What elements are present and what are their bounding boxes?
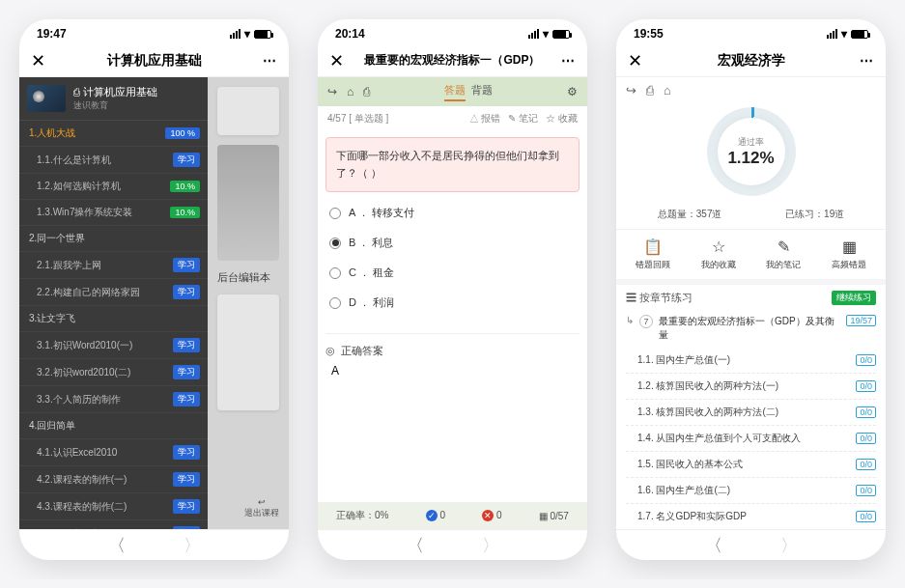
outline-item[interactable]: 4.1.认识Excel2010学习 xyxy=(19,439,208,466)
action-label: 我的笔记 xyxy=(766,259,801,271)
toolbar: ↪ ⌂ ⎙ 答题 背题 ⚙ xyxy=(318,77,587,106)
outline-badge: 学习 xyxy=(173,526,200,529)
outline-badge: 学习 xyxy=(173,285,200,299)
status-bar: 19:47 ▾ xyxy=(19,19,289,44)
titlebar: ✕ 计算机应用基础 ⋯ xyxy=(19,44,289,77)
radio-icon xyxy=(329,297,341,309)
share-icon[interactable]: ↪ xyxy=(626,83,636,98)
subchapter-label: 1.5. 国民收入的基本公式 xyxy=(637,458,743,471)
nav-back-icon[interactable]: 〈 xyxy=(108,534,126,557)
option-label: A ． 转移支付 xyxy=(349,206,414,220)
nav-back-icon[interactable]: 〈 xyxy=(407,534,424,557)
clock: 20:14 xyxy=(335,27,365,41)
tab-memorize[interactable]: 背题 xyxy=(471,83,493,101)
close-icon[interactable]: ✕ xyxy=(329,50,344,71)
wifi-icon: ▾ xyxy=(244,27,250,41)
clock: 19:47 xyxy=(37,27,67,41)
chapter-progress: 19/57 xyxy=(846,315,876,326)
subchapter-item[interactable]: 1.5. 国民收入的基本公式0/0 xyxy=(626,451,876,477)
exit-course[interactable]: ↩退出课程 xyxy=(244,497,279,519)
report-link[interactable]: △ 报错 xyxy=(469,112,501,126)
book-icon[interactable]: ⎙ xyxy=(363,85,370,98)
option-D[interactable]: D ． 利润 xyxy=(325,288,580,318)
option-A[interactable]: A ． 转移支付 xyxy=(325,198,580,228)
action-错题回顾[interactable]: 📋错题回顾 xyxy=(636,238,670,271)
outline-badge: 10.% xyxy=(170,181,200,192)
outline-item[interactable]: 3.让文字飞 xyxy=(19,306,208,332)
home-icon[interactable]: ⌂ xyxy=(347,85,354,98)
outline-item[interactable]: 2.同一个世界 xyxy=(19,226,208,252)
chapter-index-icon: ↳ xyxy=(626,315,634,325)
action-label: 我的收藏 xyxy=(701,259,736,271)
outline-item[interactable]: 1.3.Win7操作系统安装10.% xyxy=(19,200,208,226)
subchapter-item[interactable]: 1.2. 核算国民收入的两种方法(一)0/0 xyxy=(626,373,876,399)
outline-label: 2.同一个世界 xyxy=(29,232,85,245)
wifi-icon: ▾ xyxy=(841,27,847,41)
sidebar-header[interactable]: ⎙ 计算机应用基础 速识教育 xyxy=(19,77,208,121)
subchapter-item[interactable]: 1.4. 从国内生产总值到个人可支配收入0/0 xyxy=(626,425,876,451)
subchapter-label: 1.3. 核算国民收入的两种方法(二) xyxy=(637,406,778,419)
nav-forward-icon[interactable]: 〉 xyxy=(184,534,201,557)
close-icon[interactable]: ✕ xyxy=(31,50,45,71)
outline-label: 4.1.认识Excel2010 xyxy=(37,446,117,460)
subchapter-item[interactable]: 1.1. 国内生产总值(一)0/0 xyxy=(626,348,876,373)
subchapter-item[interactable]: 1.3. 核算国民收入的两种方法(二)0/0 xyxy=(626,399,876,425)
status-bar: 19:55 ▾ xyxy=(616,19,886,44)
outline-item[interactable]: 3.1.初识Word2010(一)学习 xyxy=(19,332,208,359)
nav-back-icon[interactable]: 〈 xyxy=(705,534,722,557)
battery-icon xyxy=(254,30,271,39)
gear-icon[interactable]: ⚙ xyxy=(567,85,578,98)
page-title: 最重要的宏观经济指标一（GDP） xyxy=(364,52,540,69)
outline-label: 4.2.课程表的制作(一) xyxy=(37,473,127,487)
subchapter-progress: 0/0 xyxy=(856,354,876,366)
option-label: D ． 利润 xyxy=(349,295,394,310)
outline-item[interactable]: 1.1.什么是计算机学习 xyxy=(19,147,208,174)
note-link[interactable]: ✎ 笔记 xyxy=(508,112,538,126)
outline-item[interactable]: 4.4.课程表的制作(三)学习 xyxy=(19,520,208,529)
option-label: C ． 租金 xyxy=(349,266,394,280)
chapter-title: 最重要的宏观经济指标一（GDP）及其衡量 xyxy=(659,315,840,342)
more-icon[interactable]: ⋯ xyxy=(860,53,874,69)
outline-label: 4.3.课程表的制作(二) xyxy=(37,500,127,514)
home-icon[interactable]: ⌂ xyxy=(664,83,671,98)
subchapter-label: 1.6. 国内生产总值(二) xyxy=(637,484,730,497)
sub-chapter-list: 1.1. 国内生产总值(一)0/01.2. 核算国民收入的两种方法(一)0/01… xyxy=(616,348,886,529)
tab-answer[interactable]: 答题 xyxy=(444,83,466,101)
book-icon[interactable]: ⎙ xyxy=(646,83,654,98)
action-高频错题[interactable]: ▦高频错题 xyxy=(832,238,866,271)
outline-item[interactable]: 4.3.课程表的制作(二)学习 xyxy=(19,493,208,520)
option-B[interactable]: B ． 利息 xyxy=(325,228,580,258)
continue-button[interactable]: 继续练习 xyxy=(832,291,876,305)
option-C[interactable]: C ． 租金 xyxy=(325,258,580,288)
outline-badge: 学习 xyxy=(173,153,200,167)
outline-item[interactable]: 3.3.个人简历的制作学习 xyxy=(19,386,208,413)
chapter-title-row[interactable]: ↳ 7 最重要的宏观经济指标一（GDP）及其衡量 19/57 xyxy=(616,311,886,348)
action-icon: ☆ xyxy=(712,238,725,256)
outline-item[interactable]: 3.2.初识word2010(二)学习 xyxy=(19,359,208,386)
radio-icon xyxy=(329,238,341,249)
outline-item[interactable]: 4.回归简单 xyxy=(19,413,208,439)
outline-item[interactable]: 1.人机大战100 % xyxy=(19,121,208,147)
close-icon[interactable]: ✕ xyxy=(628,50,642,71)
more-icon[interactable]: ⋯ xyxy=(263,53,277,69)
outline-item[interactable]: 2.2.构建自己的网络家园学习 xyxy=(19,279,208,306)
progress-sheet[interactable]: ▦ 0/57 xyxy=(539,511,569,521)
action-我的收藏[interactable]: ☆我的收藏 xyxy=(701,238,736,271)
outline-item[interactable]: 2.1.跟我学上网学习 xyxy=(19,252,208,279)
outline-item[interactable]: 1.2.如何选购计算机10.% xyxy=(19,174,208,200)
subchapter-item[interactable]: 1.6. 国内生产总值(二)0/0 xyxy=(626,477,876,503)
more-icon[interactable]: ⋯ xyxy=(561,53,576,69)
ring-label: 通过率 xyxy=(738,136,764,149)
subchapter-label: 1.7. 名义GDP和实际GDP xyxy=(637,510,747,523)
page-title: 宏观经济学 xyxy=(718,52,785,70)
action-我的笔记[interactable]: ✎我的笔记 xyxy=(766,238,801,271)
fav-link[interactable]: ☆ 收藏 xyxy=(546,112,578,126)
outline-list[interactable]: 1.人机大战100 %1.1.什么是计算机学习1.2.如何选购计算机10.%1.… xyxy=(19,121,208,529)
nav-forward-icon[interactable]: 〉 xyxy=(780,534,798,557)
share-icon[interactable]: ↪ xyxy=(327,85,337,98)
subchapter-label: 1.2. 核算国民收入的两种方法(一) xyxy=(637,379,778,393)
subchapter-item[interactable]: 1.7. 名义GDP和实际GDP0/0 xyxy=(626,503,876,529)
outline-badge: 100 % xyxy=(165,127,200,139)
nav-forward-icon[interactable]: 〉 xyxy=(482,534,499,557)
outline-item[interactable]: 4.2.课程表的制作(一)学习 xyxy=(19,466,208,493)
